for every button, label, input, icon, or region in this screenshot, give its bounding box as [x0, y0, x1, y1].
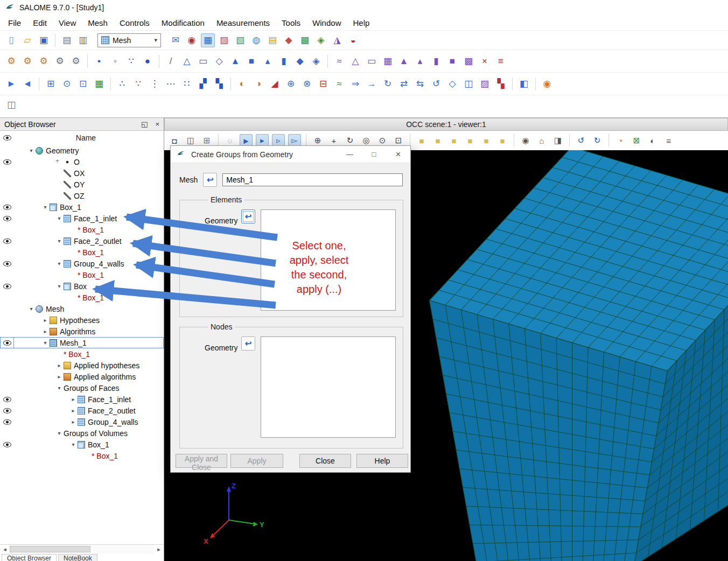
evaluate-mesh-icon[interactable]: ⚙: [69, 54, 83, 68]
eye-icon[interactable]: [3, 205, 11, 210]
mesh-module-icon[interactable]: ▦: [201, 33, 215, 47]
visibility-cell[interactable]: [0, 408, 14, 413]
float-panel-icon[interactable]: ◱: [141, 120, 148, 128]
add-tetrahedron-icon[interactable]: ▲: [228, 54, 242, 68]
nodes-geometry-select-button[interactable]: ↩: [241, 336, 255, 350]
duplicate-elements-icon[interactable]: ◫: [461, 77, 475, 91]
expander-icon[interactable]: ▾: [27, 148, 36, 153]
scroll-right-button[interactable]: ▸: [154, 546, 164, 553]
add-polyhedron-icon[interactable]: ◈: [309, 54, 323, 68]
tree-item-geometry[interactable]: ▾Geometry: [0, 145, 164, 156]
eye-icon[interactable]: [3, 284, 11, 289]
geometry-module-icon[interactable]: ◍: [249, 33, 263, 47]
menu-edit[interactable]: Edit: [27, 17, 53, 29]
add-quadratic-quadrangle-icon[interactable]: ▭: [365, 54, 379, 68]
mesh-name-input[interactable]: [222, 173, 403, 186]
expander-icon[interactable]: ▾: [41, 204, 50, 210]
remove-nodes-icon[interactable]: ∵: [131, 77, 145, 91]
tree-item-face-2-outlet[interactable]: ▾Face_2_outlet: [0, 235, 164, 247]
scroll-left-button[interactable]: ◂: [0, 546, 10, 553]
dialog-titlebar[interactable]: Create Groups from Geometry — □ ×: [171, 146, 410, 163]
screenshot-icon[interactable]: ◉: [185, 33, 199, 47]
orientation-icon[interactable]: ◐: [235, 77, 249, 91]
menu-help[interactable]: Help: [347, 17, 375, 29]
eye-icon[interactable]: [3, 261, 11, 267]
menu-window[interactable]: Window: [306, 17, 347, 29]
selection-filters-icon[interactable]: ►: [4, 77, 18, 91]
tree-item-box-1[interactable]: * Box_1: [0, 247, 164, 258]
add-0d-element-icon[interactable]: ◦: [108, 54, 122, 68]
expander-icon[interactable]: ▸: [55, 374, 64, 380]
tree-item-groups-of-faces[interactable]: ▾Groups of Faces: [0, 382, 164, 394]
visibility-cell[interactable]: [0, 284, 14, 289]
expander-icon[interactable]: ▾: [41, 340, 50, 346]
visibility-cell[interactable]: [0, 216, 14, 221]
eye-icon[interactable]: [3, 340, 11, 346]
tree-item-face-1-inlet[interactable]: ▾Face_1_inlet: [0, 213, 164, 224]
eye-icon[interactable]: [3, 397, 11, 402]
mesh-information-icon[interactable]: ⊞: [44, 77, 58, 91]
visibility-cell[interactable]: [0, 261, 14, 267]
visibility-cell[interactable]: [0, 419, 14, 425]
compute-mesh-icon[interactable]: ⚙: [53, 54, 67, 68]
menu-mesh[interactable]: Mesh: [82, 17, 114, 29]
left-view-icon[interactable]: ■: [480, 134, 493, 147]
visibility-cell[interactable]: [0, 397, 14, 402]
cut-meshes-icon[interactable]: ⊟: [316, 77, 330, 91]
tree-item-oy[interactable]: OY: [0, 179, 164, 190]
smoothing-icon[interactable]: ≈: [332, 77, 346, 91]
homard-module-icon[interactable]: ◮: [330, 33, 344, 47]
eficas-module-icon[interactable]: ◈: [314, 33, 328, 47]
expander-icon[interactable]: ▾: [69, 441, 78, 447]
open-document-icon[interactable]: ▱: [20, 33, 34, 47]
tree-item-ox[interactable]: OX: [0, 167, 164, 179]
menu-view[interactable]: View: [53, 17, 82, 29]
close-button[interactable]: Close: [299, 454, 351, 468]
expander-icon[interactable]: ▾: [55, 215, 64, 221]
mesh-select-button[interactable]: ↩: [203, 173, 217, 187]
add-hexagonal-prism-icon[interactable]: ◆: [293, 54, 307, 68]
add-hexahedron-icon[interactable]: ■: [244, 54, 258, 68]
add-0d-on-nodes-icon[interactable]: ∵: [124, 54, 138, 68]
tree-item-hypotheses[interactable]: ▸Hypotheses: [0, 314, 164, 326]
redo-view-icon[interactable]: ↻: [591, 134, 604, 147]
elements-geometry-select-button[interactable]: ↩: [241, 209, 255, 223]
tree-item-algorithms[interactable]: ▸Algorithms: [0, 326, 164, 337]
update-mesh-icon[interactable]: ▦: [92, 77, 106, 91]
remove-elements-icon[interactable]: ×: [478, 54, 492, 68]
yacs-module-icon[interactable]: ▤: [265, 33, 279, 47]
expander-icon[interactable]: ▸: [55, 362, 64, 368]
revolution-icon[interactable]: ↻: [381, 77, 395, 91]
expander-icon[interactable]: ▾: [55, 385, 64, 391]
expander-icon[interactable]: ▾: [55, 283, 64, 289]
add-biquadratic-quadrangle-icon[interactable]: ▦: [381, 54, 395, 68]
add-triangle-icon[interactable]: △: [180, 54, 194, 68]
cutting-of-quadrangles-icon[interactable]: ◢: [268, 77, 282, 91]
undo-view-icon[interactable]: ↺: [575, 134, 587, 147]
tab-notebook[interactable]: NoteBook: [58, 554, 97, 561]
merge-elements-icon[interactable]: ∷: [180, 77, 194, 91]
dialog-close-button[interactable]: ×: [386, 146, 410, 163]
add-quadratic-prism-icon[interactable]: ▮: [429, 54, 443, 68]
horizontal-scrollbar[interactable]: ◂ ▸: [0, 544, 164, 554]
visibility-cell[interactable]: [0, 159, 14, 165]
add-node-modification-icon[interactable]: ∴: [115, 77, 129, 91]
tree-item-applied-algorithms[interactable]: ▸Applied algorithms: [0, 371, 164, 382]
scrollbar-thumb[interactable]: [10, 546, 90, 552]
menu-measurements[interactable]: Measurements: [211, 17, 276, 29]
expander-icon[interactable]: ▾: [55, 430, 64, 436]
tree-item-o[interactable]: O: [0, 156, 164, 167]
tree-item-box-1[interactable]: ▾Box_1: [0, 439, 164, 450]
auto-rotation-icon[interactable]: ◔: [614, 134, 627, 147]
expander-icon[interactable]: ▸: [41, 317, 50, 323]
save-document-icon[interactable]: ▣: [37, 33, 51, 47]
top-view-icon[interactable]: ■: [447, 134, 460, 147]
right-view-icon[interactable]: ■: [496, 134, 509, 147]
apply-button[interactable]: Apply: [230, 454, 283, 468]
paravis-module-icon[interactable]: ▨: [217, 33, 231, 47]
tree-item-group-4-walls[interactable]: ▾Group_4_walls: [0, 258, 164, 269]
bottom-view-icon[interactable]: ■: [464, 134, 477, 147]
reorient-faces-icon[interactable]: ◑: [251, 77, 265, 91]
visibility-cell[interactable]: [0, 442, 14, 447]
ambient-toggle-icon[interactable]: ◐: [646, 134, 659, 147]
